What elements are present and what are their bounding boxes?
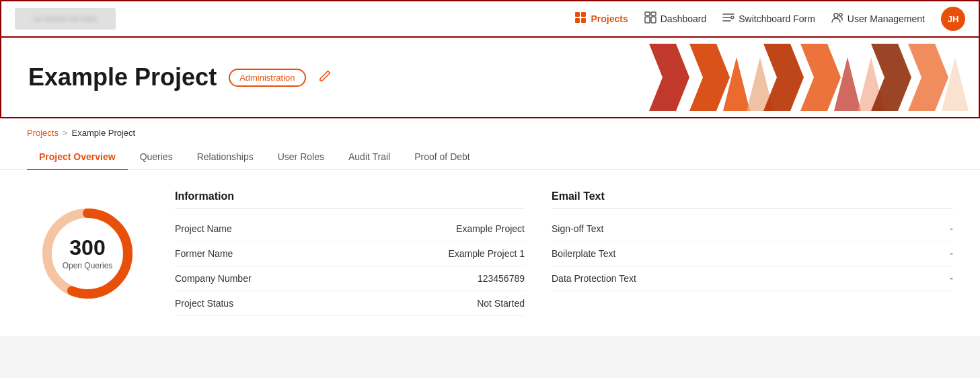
donut-label: Open Queries: [63, 261, 113, 270]
project-title: Example Project: [28, 63, 217, 91]
email-row-signoff: Sign-off Text -: [552, 217, 953, 241]
nav-item-projects[interactable]: Projects: [574, 11, 628, 26]
svg-marker-22: [871, 44, 911, 111]
svg-marker-23: [908, 44, 948, 111]
donut-center: 300 Open Queries: [63, 237, 113, 270]
decorative-chevrons: [629, 38, 979, 117]
email-value-boilerplate: -: [950, 248, 953, 259]
donut-wrapper: 300 Open Queries: [34, 200, 141, 307]
nav-label-switchboard: Switchboard Form: [739, 13, 815, 24]
nav-item-dashboard[interactable]: Dashboard: [644, 11, 707, 26]
tab-queries[interactable]: Queries: [128, 145, 185, 170]
logo-area: ••• ••••••••• •••• ••••••: [15, 8, 116, 30]
hero-left: Example Project Administration: [28, 63, 332, 91]
user-avatar[interactable]: JH: [941, 7, 965, 31]
edit-icon[interactable]: [318, 69, 332, 86]
user-management-icon: [831, 11, 843, 26]
email-label-boilerplate: Boilerplate Text: [552, 248, 615, 259]
admin-badge[interactable]: Administration: [229, 69, 305, 87]
svg-marker-14: [649, 44, 689, 111]
information-title: Information: [175, 190, 525, 209]
svg-rect-6: [645, 17, 650, 23]
svg-rect-3: [581, 18, 586, 23]
nav-label-dashboard: Dashboard: [661, 13, 707, 24]
breadcrumb-separator: >: [63, 128, 68, 138]
tab-project-overview[interactable]: Project Overview: [27, 145, 128, 170]
info-label-former-name: Former Name: [175, 248, 233, 259]
svg-rect-4: [645, 12, 650, 15]
main-content: 300 Open Queries Information Project Nam…: [0, 170, 980, 336]
email-value-signoff: -: [950, 223, 953, 234]
info-row-former-name: Former Name Example Project 1: [175, 241, 525, 266]
info-row-company-number: Company Number 123456789: [175, 266, 525, 291]
email-row-data-protection: Data Protection Text -: [552, 266, 953, 291]
tab-user-roles[interactable]: User Roles: [266, 145, 336, 170]
breadcrumb: Projects > Example Project: [0, 118, 980, 138]
email-row-boilerplate: Boilerplate Text -: [552, 241, 953, 266]
svg-marker-18: [763, 44, 804, 111]
svg-marker-15: [689, 44, 730, 111]
nav-item-switchboard[interactable]: Switchboard Form: [722, 13, 815, 25]
info-value-former-name: Example Project 1: [448, 248, 525, 259]
logo-text: ••• ••••••••• •••• ••••••: [34, 15, 97, 23]
tab-relationships[interactable]: Relationships: [185, 145, 266, 170]
info-value-project-name: Example Project: [456, 223, 525, 234]
info-row-project-status: Project Status Not Started: [175, 291, 525, 316]
donut-count: 300: [63, 237, 113, 258]
email-label-data-protection: Data Protection Text: [552, 273, 636, 284]
breadcrumb-projects-link[interactable]: Projects: [27, 128, 59, 138]
tab-proof-of-debt[interactable]: Proof of Debt: [402, 145, 482, 170]
svg-rect-1: [581, 12, 586, 17]
svg-rect-2: [575, 18, 580, 23]
svg-point-13: [839, 13, 842, 16]
email-label-signoff: Sign-off Text: [552, 223, 603, 234]
content-area: Projects > Example Project Project Overv…: [0, 118, 980, 336]
dashboard-icon: [644, 11, 656, 26]
email-text-section: Email Text Sign-off Text - Boilerplate T…: [552, 190, 953, 316]
switchboard-icon: [722, 13, 734, 25]
info-label-project-status: Project Status: [175, 298, 233, 309]
nav-label-user-management: User Management: [847, 13, 925, 24]
info-value-project-status: Not Started: [477, 298, 525, 309]
information-section: Information Project Name Example Project…: [175, 190, 525, 316]
email-text-title: Email Text: [552, 190, 953, 209]
nav-label-projects: Projects: [591, 13, 628, 24]
hero-banner: Example Project Administration: [0, 38, 980, 118]
tab-bar: Project Overview Queries Relationships U…: [0, 145, 980, 170]
svg-marker-19: [800, 44, 841, 111]
breadcrumb-current: Example Project: [72, 128, 136, 138]
logo-box: ••• ••••••••• •••• ••••••: [15, 8, 116, 30]
donut-chart-section: 300 Open Queries: [27, 190, 148, 316]
top-nav: ••• ••••••••• •••• •••••• Projects: [0, 0, 980, 38]
email-value-data-protection: -: [950, 273, 953, 284]
chevrons-svg: [629, 38, 979, 118]
projects-icon: [574, 11, 587, 26]
info-value-company-number: 123456789: [478, 273, 525, 284]
svg-rect-7: [651, 17, 656, 23]
info-label-project-name: Project Name: [175, 223, 232, 234]
svg-rect-5: [651, 12, 656, 15]
svg-point-12: [834, 13, 838, 17]
tab-audit-trail[interactable]: Audit Trail: [336, 145, 402, 170]
info-label-company-number: Company Number: [175, 273, 252, 284]
nav-right: Projects Dashboard: [574, 7, 965, 31]
svg-rect-0: [575, 12, 580, 17]
svg-point-11: [731, 16, 734, 19]
nav-item-user-management[interactable]: User Management: [831, 11, 925, 26]
info-row-project-name: Project Name Example Project: [175, 217, 525, 241]
